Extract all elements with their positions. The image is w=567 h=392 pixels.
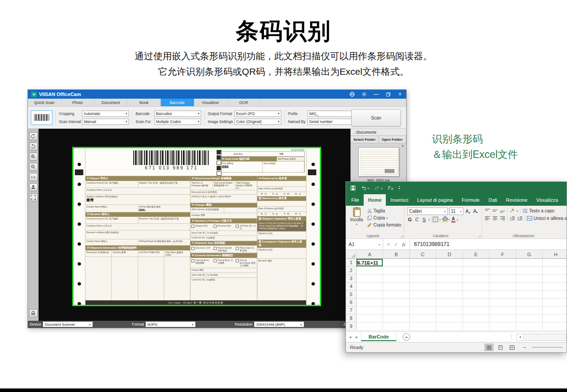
close-icon[interactable]: × — [397, 91, 403, 97]
cell-H7[interactable] — [543, 307, 567, 315]
restore-icon[interactable] — [385, 91, 391, 97]
cell-A5[interactable] — [357, 291, 383, 299]
stamp-icon[interactable] — [29, 183, 38, 191]
tab-inserisci[interactable]: Inserisci — [386, 194, 412, 206]
insert-function-icon[interactable]: fx — [402, 242, 406, 247]
zoom-out-icon[interactable]: − — [523, 344, 526, 351]
sheet-tab-barcode[interactable]: BarCode — [361, 333, 396, 341]
settings-gear-icon[interactable] — [361, 91, 367, 97]
cell-G3[interactable] — [516, 275, 543, 283]
format-painter-button[interactable]: Copia formato — [367, 222, 401, 228]
increase-font-icon[interactable]: A▴ — [465, 209, 471, 214]
column-header-E[interactable]: E — [463, 250, 489, 258]
dialog-launcher-icon[interactable]: ◿ — [400, 234, 403, 238]
page-break-view-icon[interactable] — [508, 344, 517, 351]
cell-F3[interactable] — [489, 275, 516, 283]
column-header-A[interactable]: A — [357, 250, 383, 258]
bold-button[interactable]: G — [407, 217, 413, 222]
column-header-D[interactable]: D — [436, 250, 463, 258]
cell-A2[interactable] — [357, 267, 383, 275]
cell-D7[interactable] — [436, 307, 463, 315]
actual-size-button[interactable]: 1:1 — [29, 173, 38, 181]
font-color-icon[interactable]: A — [451, 217, 455, 223]
cell-D9[interactable] — [436, 323, 463, 331]
clear-sort-icon[interactable] — [388, 185, 393, 191]
cell-E3[interactable] — [463, 275, 489, 283]
language-globe-icon[interactable] — [349, 91, 355, 97]
font-size-select[interactable]: 11▾ — [449, 208, 463, 215]
cell-C9[interactable] — [410, 323, 436, 331]
new-sheet-icon[interactable]: + — [403, 333, 410, 341]
increase-indent-icon[interactable] — [517, 216, 523, 221]
cell-C6[interactable] — [410, 299, 436, 307]
cell-G1[interactable] — [516, 259, 543, 267]
foot-pedal-icon[interactable] — [29, 309, 38, 317]
column-header-H[interactable]: H — [543, 250, 567, 258]
scroll-track[interactable] — [524, 334, 566, 340]
cell-F6[interactable] — [489, 299, 516, 307]
cell-C8[interactable] — [410, 315, 436, 323]
cell-F9[interactable] — [489, 323, 516, 331]
image-settings-select[interactable]: Color (Original)▾ — [234, 119, 281, 125]
cell-G7[interactable] — [516, 307, 543, 315]
fill-color-icon[interactable] — [442, 217, 447, 222]
cut-button[interactable]: Taglia — [367, 208, 401, 214]
cell-F4[interactable] — [489, 283, 516, 291]
cell-E5[interactable] — [463, 291, 489, 299]
thumbnail-item[interactable] — [358, 147, 399, 177]
cell-B8[interactable] — [383, 315, 410, 323]
cell-C1[interactable] — [410, 259, 436, 267]
cell-A1[interactable]: 6.71E+11 — [357, 259, 383, 267]
decrease-font-icon[interactable]: A▾ — [472, 209, 478, 214]
scan-interval-select[interactable]: Manual▾ — [82, 119, 129, 125]
minimize-icon[interactable]: — — [373, 91, 379, 97]
cell-A6[interactable] — [357, 299, 383, 307]
cell-E7[interactable] — [463, 307, 489, 315]
cell-B3[interactable] — [383, 275, 410, 283]
sheet-next-icon[interactable]: ▸ — [356, 334, 358, 339]
page-layout-view-icon[interactable] — [496, 344, 505, 351]
cell-B9[interactable] — [383, 323, 410, 331]
column-header-B[interactable]: B — [383, 250, 410, 258]
cell-A3[interactable] — [357, 275, 383, 283]
cell-A8[interactable] — [357, 315, 383, 323]
fit-screen-icon[interactable] — [29, 193, 38, 201]
cell-H8[interactable] — [543, 315, 567, 323]
scroll-up-icon[interactable]: ∧ — [401, 144, 404, 148]
cell-G8[interactable] — [516, 315, 543, 323]
italic-button[interactable]: C — [414, 217, 420, 222]
align-top-icon[interactable] — [485, 208, 490, 213]
row-header-9[interactable]: 9 — [346, 323, 357, 331]
row-header-3[interactable]: 3 — [346, 275, 357, 283]
cell-H3[interactable] — [543, 275, 567, 283]
cell-H4[interactable] — [543, 283, 567, 291]
resolution-select[interactable]: 3264X2448 (8MP)▲ — [254, 322, 304, 327]
cell-A7[interactable] — [357, 307, 383, 315]
tab-document[interactable]: Document — [94, 99, 128, 106]
cancel-entry-icon[interactable]: × — [387, 242, 390, 247]
cell-G2[interactable] — [516, 267, 543, 275]
cell-E9[interactable] — [463, 323, 489, 331]
cell-G5[interactable] — [516, 291, 543, 299]
normal-view-icon[interactable] — [485, 344, 493, 351]
column-header-G[interactable]: G — [516, 250, 543, 258]
align-right-icon[interactable] — [500, 216, 505, 221]
dialog-launcher-icon[interactable]: ◿ — [478, 234, 480, 238]
cell-D5[interactable] — [436, 291, 463, 299]
align-middle-icon[interactable] — [492, 208, 498, 213]
cell-B4[interactable] — [383, 283, 410, 291]
save-icon[interactable] — [350, 185, 356, 191]
tab-visualizza[interactable]: Visualizza — [532, 194, 563, 206]
borders-icon[interactable] — [433, 217, 438, 222]
cell-C2[interactable] — [410, 267, 436, 275]
cropping-select[interactable]: Automatic▾ — [82, 111, 129, 117]
cell-B1[interactable] — [383, 259, 410, 267]
row-header-4[interactable]: 4 — [346, 283, 357, 291]
prefix-input[interactable]: IMG_ — [307, 111, 354, 117]
formula-input[interactable]: 671013989171 — [410, 241, 567, 247]
cell-D3[interactable] — [436, 275, 463, 283]
name-box[interactable]: A1▾ — [346, 239, 383, 250]
align-left-icon[interactable] — [485, 216, 490, 221]
row-header-6[interactable]: 6 — [346, 299, 357, 307]
tab-barcode[interactable]: Barcode — [161, 99, 194, 106]
